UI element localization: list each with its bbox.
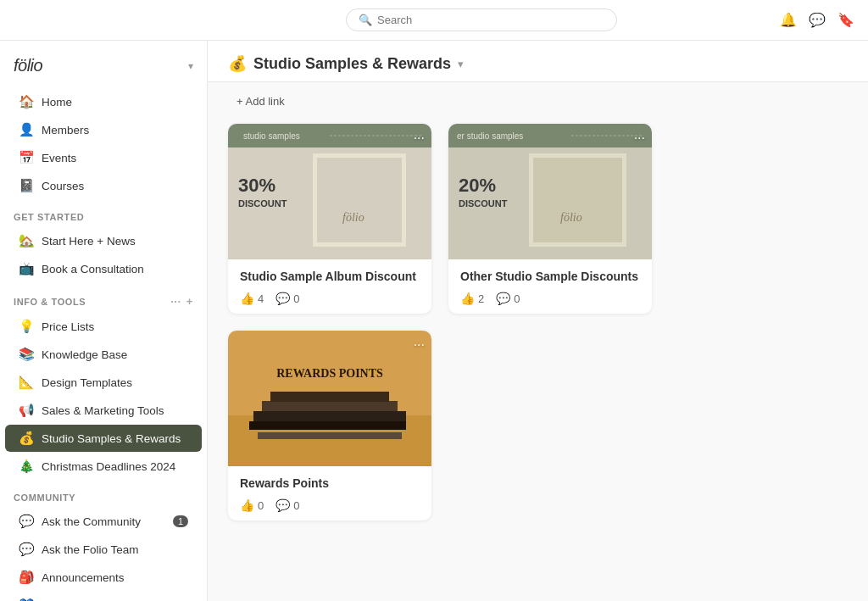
section-add-icon[interactable]: +	[186, 295, 193, 308]
card-body-2: Other Studio Sample Discounts 👍 2 💬 0	[448, 259, 652, 314]
page-title: Studio Samples & Rewards	[253, 55, 451, 73]
add-link-button[interactable]: + Add link	[228, 91, 293, 112]
page-title-row: 💰 Studio Samples & Rewards ▾	[228, 54, 464, 73]
sidebar-item-label: Design Templates	[42, 376, 132, 389]
card-image-3: ···	[228, 331, 431, 466]
comment-icon-1: 💬	[275, 292, 290, 305]
card-rewards-points[interactable]: ··· Rewards Points 👍 0 💬 0	[228, 331, 431, 520]
card-comments-2[interactable]: 💬 0	[496, 292, 520, 305]
bookmark-icon[interactable]: 🔖	[837, 12, 854, 28]
knowledge-base-icon: 📚	[19, 347, 34, 362]
cards-grid: ··· Studio Sample Album Discount 👍 4 💬 0	[208, 120, 868, 541]
main-layout: fölio ▾ 🏠 Home 👤 Members 📅 Events 📓 Cour…	[0, 41, 868, 601]
message-icon[interactable]: 💬	[809, 12, 826, 28]
card-likes-1[interactable]: 👍 4	[240, 292, 264, 305]
sales-marketing-icon: 📢	[19, 403, 34, 418]
card-comments-3[interactable]: 💬 0	[275, 498, 299, 512]
card-title-3: Rewards Points	[240, 476, 420, 490]
home-icon: 🏠	[19, 94, 34, 109]
info-tools-section: INFO & TOOLS ··· +	[0, 283, 207, 312]
comment-icon-2: 💬	[496, 292, 510, 305]
events-icon: 📅	[19, 150, 34, 165]
price-lists-icon: 💡	[19, 319, 34, 334]
announcements-icon: 🎒	[19, 570, 34, 585]
folio-team-icon: 💬	[19, 542, 34, 557]
sidebar-item-ask-community[interactable]: 💬 Ask the Community 1	[5, 508, 202, 535]
content-header: 💰 Studio Samples & Rewards ▾	[208, 41, 868, 82]
sidebar-item-courses[interactable]: 📓 Courses	[5, 172, 202, 199]
search-icon: 🔍	[359, 14, 372, 26]
sidebar-item-label: Book a Consultation	[42, 263, 144, 275]
like-icon-3: 👍	[240, 498, 254, 512]
sidebar-item-label: Knowledge Base	[42, 348, 127, 361]
title-chevron-icon[interactable]: ▾	[458, 58, 464, 70]
ask-community-icon: 💬	[19, 514, 34, 529]
like-icon-1: 👍	[240, 292, 254, 305]
sidebar-item-book-consultation[interactable]: 📺 Book a Consultation	[5, 255, 202, 282]
card-studio-sample-album[interactable]: ··· Studio Sample Album Discount 👍 4 💬 0	[228, 124, 431, 314]
card-body-3: Rewards Points 👍 0 💬 0	[228, 466, 431, 520]
card-footer-3: 👍 0 💬 0	[240, 498, 420, 512]
get-started-section: GET STARTED	[0, 200, 207, 226]
ambassadors-icon: 💙	[19, 598, 34, 601]
design-templates-icon: 📐	[19, 375, 34, 390]
comment-icon-3: 💬	[275, 498, 290, 512]
sidebar-item-price-lists[interactable]: 💡 Price Lists	[5, 313, 202, 340]
card-menu-1[interactable]: ···	[414, 131, 425, 146]
card-body-1: Studio Sample Album Discount 👍 4 💬 0	[228, 259, 431, 314]
card-likes-2[interactable]: 👍 2	[460, 292, 484, 305]
consultation-icon: 📺	[19, 261, 34, 276]
sidebar-item-label: Start Here + News	[42, 235, 136, 248]
card-image-1: ···	[228, 124, 431, 259]
search-bar[interactable]: 🔍	[346, 8, 617, 31]
sidebar: fölio ▾ 🏠 Home 👤 Members 📅 Events 📓 Cour…	[0, 41, 208, 601]
card-title-1: Studio Sample Album Discount	[240, 270, 420, 283]
content-area: 💰 Studio Samples & Rewards ▾ + Add link …	[208, 41, 868, 601]
sidebar-item-christmas-deadlines[interactable]: 🎄 Christmas Deadlines 2024	[5, 453, 202, 480]
courses-icon: 📓	[19, 178, 34, 193]
card-title-2: Other Studio Sample Discounts	[460, 270, 640, 283]
sidebar-item-ambassadors[interactable]: 💙 Ambassadors	[5, 592, 202, 601]
sidebar-item-ask-folio-team[interactable]: 💬 Ask the Folio Team	[5, 536, 202, 563]
card-comments-1[interactable]: 💬 0	[275, 292, 299, 305]
sidebar-item-start-here[interactable]: 🏡 Start Here + News	[5, 227, 202, 254]
sidebar-item-label: Events	[42, 152, 76, 164]
community-badge: 1	[173, 515, 188, 527]
sidebar-item-label: Announcements	[42, 571, 125, 584]
card-image-2: ···	[448, 124, 652, 259]
studio-samples-icon: 💰	[19, 431, 34, 446]
sidebar-item-label: Courses	[42, 180, 84, 192]
section-more-icon[interactable]: ···	[170, 295, 181, 308]
community-section: COMMUNITY	[0, 481, 207, 507]
card-likes-3[interactable]: 👍 0	[240, 498, 264, 512]
logo-text: fölio	[14, 56, 42, 75]
sidebar-item-label: Price Lists	[42, 320, 94, 333]
sidebar-item-events[interactable]: 📅 Events	[5, 144, 202, 171]
search-input[interactable]	[377, 14, 604, 26]
sidebar-item-announcements[interactable]: 🎒 Announcements	[5, 564, 202, 591]
sidebar-item-home[interactable]: 🏠 Home	[5, 88, 202, 115]
logo-chevron[interactable]: ▾	[188, 60, 193, 72]
sidebar-item-knowledge-base[interactable]: 📚 Knowledge Base	[5, 341, 202, 368]
sidebar-item-members[interactable]: 👤 Members	[5, 116, 202, 143]
card-menu-3[interactable]: ···	[414, 337, 425, 353]
sidebar-item-design-templates[interactable]: 📐 Design Templates	[5, 369, 202, 396]
card-other-studio-samples[interactable]: ··· Other Studio Sample Discounts 👍 2 💬 …	[448, 124, 652, 314]
sidebar-item-label: Members	[42, 124, 89, 136]
topbar: 🔍 🔔 💬 🔖	[0, 0, 868, 41]
add-link-label: + Add link	[236, 95, 285, 108]
start-here-icon: 🏡	[19, 233, 34, 248]
card-footer-1: 👍 4 💬 0	[240, 292, 420, 305]
notification-icon[interactable]: 🔔	[780, 12, 797, 28]
sidebar-item-label: Studio Samples & Rewards	[42, 432, 181, 445]
christmas-icon: 🎄	[19, 459, 34, 474]
card-menu-2[interactable]: ···	[634, 131, 645, 146]
sidebar-item-label: Sales & Marketing Tools	[42, 404, 164, 417]
like-icon-2: 👍	[460, 292, 475, 305]
sidebar-item-sales-marketing[interactable]: 📢 Sales & Marketing Tools	[5, 397, 202, 424]
sidebar-item-label: Home	[42, 96, 72, 109]
sidebar-item-studio-samples[interactable]: 💰 Studio Samples & Rewards	[5, 425, 202, 452]
topbar-icons: 🔔 💬 🔖	[780, 12, 854, 28]
sidebar-item-label: Christmas Deadlines 2024	[42, 460, 175, 473]
sidebar-item-label: Ask the Folio Team	[42, 543, 139, 556]
